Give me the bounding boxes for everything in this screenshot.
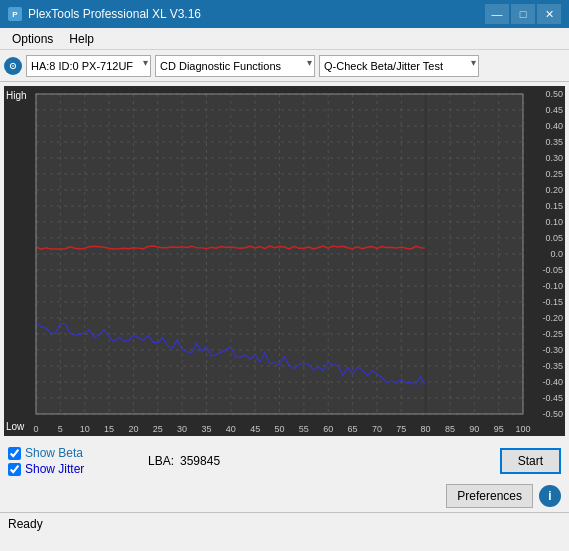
info-button[interactable]: i	[539, 485, 561, 507]
options-menu[interactable]: Options	[4, 30, 61, 48]
chart-area: High Low	[4, 86, 565, 436]
app-title: PlexTools Professional XL V3.16	[28, 7, 201, 21]
app-icon: P	[8, 7, 22, 21]
chart-options: Show Beta Show Jitter	[8, 446, 138, 476]
bottom-row2: Preferences i	[0, 482, 569, 512]
lba-section: LBA: 359845	[148, 454, 220, 468]
chart-canvas	[4, 86, 565, 436]
window-controls: — □ ✕	[485, 4, 561, 24]
title-bar: P PlexTools Professional XL V3.16 — □ ✕	[0, 0, 569, 28]
start-button[interactable]: Start	[500, 448, 561, 474]
show-jitter-label: Show Jitter	[25, 462, 84, 476]
device-icon: ⊙	[4, 57, 22, 75]
show-beta-label: Show Beta	[25, 446, 83, 460]
test-dropdown[interactable]: Q-Check Beta/Jitter Test	[319, 55, 479, 77]
toolbar: ⊙ HA:8 ID:0 PX-712UF CD Diagnostic Funct…	[0, 50, 569, 82]
show-jitter-checkbox[interactable]	[8, 463, 21, 476]
device-selector: ⊙ HA:8 ID:0 PX-712UF	[4, 55, 151, 77]
y-axis-high-label: High	[6, 90, 27, 101]
show-beta-checkbox[interactable]	[8, 447, 21, 460]
menu-bar: Options Help	[0, 28, 569, 50]
bottom-panel: Show Beta Show Jitter LBA: 359845 Start	[0, 440, 569, 482]
lba-value: 359845	[180, 454, 220, 468]
show-beta-row: Show Beta	[8, 446, 138, 460]
minimize-button[interactable]: —	[485, 4, 509, 24]
device-dropdown[interactable]: HA:8 ID:0 PX-712UF	[26, 55, 151, 77]
close-button[interactable]: ✕	[537, 4, 561, 24]
lba-label: LBA:	[148, 454, 174, 468]
status-bar: Ready	[0, 512, 569, 534]
status-text: Ready	[8, 517, 43, 531]
y-axis-low-label: Low	[6, 421, 24, 432]
help-menu[interactable]: Help	[61, 30, 102, 48]
function-dropdown[interactable]: CD Diagnostic Functions	[155, 55, 315, 77]
show-jitter-row: Show Jitter	[8, 462, 138, 476]
preferences-button[interactable]: Preferences	[446, 484, 533, 508]
maximize-button[interactable]: □	[511, 4, 535, 24]
